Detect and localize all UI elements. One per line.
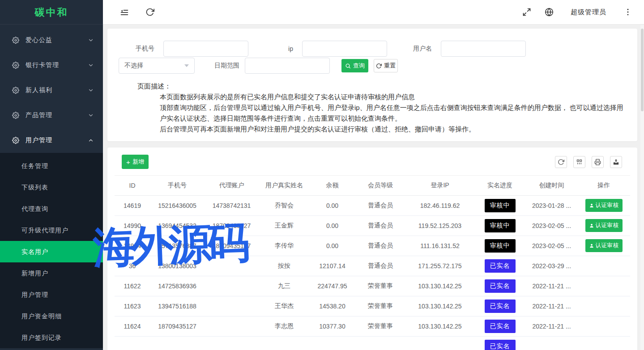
sidebar-submenu-item[interactable]: 新增用户: [0, 262, 103, 284]
table-cell-created: [526, 336, 577, 350]
table-cell-created: 2022-11-21 ...: [526, 316, 577, 336]
sidebar: 碳中和 爱心公益银行卡管理新人福利产品管理用户管理任务管理下级列表代理查询可升级…: [0, 0, 103, 350]
scrollbar-thumb[interactable]: [641, 29, 644, 111]
table-cell: 14994: [115, 236, 150, 256]
table-row: 3613800138003按按12107.14普通会员171.255.72.17…: [115, 256, 630, 276]
menu-item-label: 产品管理: [26, 111, 88, 119]
table-cell: 11622: [115, 276, 150, 296]
print-button[interactable]: [592, 156, 604, 168]
reset-button[interactable]: 重置: [374, 59, 398, 72]
table-cell-status: 审核中: [474, 195, 526, 215]
gear-icon: [12, 37, 19, 44]
table-cell: 13694454532: [150, 215, 205, 236]
add-user-button[interactable]: + 新增: [122, 155, 149, 169]
person-icon: [589, 203, 594, 208]
column-header: 会员等级: [355, 176, 406, 195]
sidebar-menu-item[interactable]: 用户管理: [0, 128, 103, 153]
table-cell-status: 已实名: [474, 316, 526, 336]
column-header: 登录IP: [406, 176, 474, 195]
table-cell: [205, 336, 259, 350]
sidebar-submenu-item[interactable]: 可升级代理用户: [0, 219, 103, 241]
table-cell: 普通会员: [355, 236, 406, 256]
language-globe-icon[interactable]: [545, 8, 554, 17]
table-cell: 普通会员: [355, 256, 406, 276]
status-badge: 审核中: [485, 199, 516, 212]
gear-icon: [12, 137, 19, 144]
query-button[interactable]: 查询: [341, 59, 368, 72]
sidebar-submenu-item[interactable]: 用户签到记录: [0, 327, 103, 348]
table-row: 已实名: [115, 336, 630, 350]
scrollbar-track[interactable]: [640, 25, 644, 350]
status-badge: 已实名: [485, 279, 516, 293]
table-cell-status: 已实名: [474, 336, 526, 350]
sidebar-submenu-item[interactable]: 任务管理: [0, 155, 103, 177]
reset-refresh-icon: [376, 63, 382, 69]
table-cell: 普通会员: [355, 195, 406, 215]
sidebar-submenu-item[interactable]: 实名用户: [0, 241, 103, 262]
username-input[interactable]: [441, 41, 526, 57]
column-header: 用户真实姓名: [259, 176, 310, 195]
sidebar-menu-item[interactable]: 爱心公益: [0, 28, 103, 53]
audit-button[interactable]: 认证审核: [585, 239, 623, 252]
refresh-page-icon[interactable]: [145, 8, 154, 17]
more-kebab-icon[interactable]: [623, 8, 632, 17]
sidebar-menu-item[interactable]: 产品管理: [0, 103, 103, 128]
chevron-down-icon: [88, 112, 94, 118]
table-cell: 11624: [115, 316, 150, 336]
table-cell-actions: [577, 256, 630, 276]
table-cell-created: 2023-02-05 ...: [526, 215, 577, 236]
table-header-row: ID手机号代理账户用户真实姓名余额会员等级登录IP实名进度创建时间操作: [115, 176, 630, 195]
sidebar-menu-item[interactable]: 银行卡管理: [0, 53, 103, 78]
table-cell: 18709435127: [205, 236, 259, 256]
table-cell: 0.00: [310, 215, 355, 236]
phone-input[interactable]: [163, 41, 248, 57]
table-cell: 14619: [115, 195, 150, 215]
table-cell: 0.00: [310, 236, 355, 256]
table-cell-actions: 认证审核: [577, 236, 630, 256]
table-cell: 11623: [115, 296, 150, 316]
sidebar-submenu-item[interactable]: 代理查询: [0, 198, 103, 219]
date-range-label: 日期范围: [195, 62, 239, 70]
status-badge: 已实名: [485, 320, 516, 333]
table-cell: 103.130.142.25: [406, 296, 474, 316]
sidebar-submenu-item[interactable]: 用户资金明细: [0, 305, 103, 327]
app-logo: 碳中和: [0, 0, 103, 25]
table-cell: 王华杰: [259, 296, 310, 316]
table-cell-status: 已实名: [474, 296, 526, 316]
page-description: 页面描述： 本页面数据列表展示的是所有已实名用户信息和提交了实名认证申请待审核的…: [137, 81, 626, 135]
ip-input[interactable]: [302, 41, 387, 57]
table-cell: [205, 256, 259, 276]
sidebar-submenu-item[interactable]: 下级列表: [0, 177, 103, 198]
table-cell: 18709435127: [150, 316, 205, 336]
sidebar-submenu-item[interactable]: 用户管理: [0, 284, 103, 305]
table-refresh-button[interactable]: [555, 156, 567, 168]
plus-icon: +: [126, 159, 130, 165]
menu-item-label: 用户管理: [26, 136, 88, 144]
sidebar-nav: 爱心公益银行卡管理新人福利产品管理用户管理任务管理下级列表代理查询可升级代理用户…: [0, 25, 103, 348]
audit-button[interactable]: 认证审核: [585, 199, 623, 212]
status-select[interactable]: 不选择: [119, 58, 195, 74]
column-toggle-button[interactable]: [573, 156, 585, 168]
admin-user-menu[interactable]: 超级管理员: [567, 8, 610, 17]
phone-label: 手机号: [119, 45, 154, 53]
table-cell-actions: [577, 276, 630, 296]
table-cell-created: 2023-01-28 ...: [526, 195, 577, 215]
fullscreen-icon[interactable]: [522, 8, 531, 17]
table-cell: [406, 336, 474, 350]
table-cell-actions: [577, 296, 630, 316]
table-cell: 103.130.142.25: [406, 316, 474, 336]
sidebar-collapse-icon[interactable]: [120, 8, 129, 17]
chevron-down-icon: [88, 37, 94, 43]
table-cell: 15713576887: [150, 236, 205, 256]
export-button[interactable]: [610, 156, 622, 168]
audit-button[interactable]: 认证审核: [585, 219, 623, 232]
person-icon: [589, 223, 594, 228]
date-range-input[interactable]: [245, 58, 330, 74]
table-cell: 荣誉董事: [355, 316, 406, 336]
table-cell-status: 审核中: [474, 236, 526, 256]
page-content: 手机号 ip 用户名 不选择: [103, 25, 644, 350]
table-cell: 普通会员: [355, 215, 406, 236]
sidebar-menu-item[interactable]: 新人福利: [0, 78, 103, 103]
table-cell: 111.16.131.52: [406, 236, 474, 256]
table-cell-actions: 认证审核: [577, 195, 630, 215]
